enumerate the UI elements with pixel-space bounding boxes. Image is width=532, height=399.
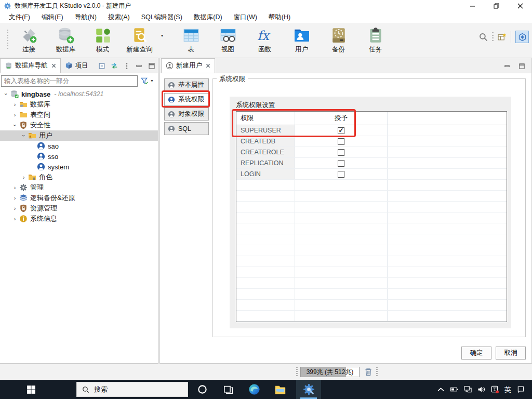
- tab-projects[interactable]: 项目: [61, 58, 92, 73]
- panel-minimize-icon[interactable]: [136, 62, 143, 70]
- tray-chevron-up-icon[interactable]: [437, 385, 445, 393]
- menu-item[interactable]: 搜索(A): [102, 11, 136, 23]
- menu-item[interactable]: 导航(N): [69, 11, 102, 23]
- kstudio-taskbar-button[interactable]: [296, 380, 321, 399]
- table-row[interactable]: SUPERUSER✓: [236, 125, 507, 136]
- tree-item-management[interactable]: ›管理: [0, 182, 158, 193]
- notification-center-icon[interactable]: [517, 385, 525, 393]
- panel-maximize-icon[interactable]: [148, 62, 155, 70]
- search-icon[interactable]: [479, 33, 488, 42]
- table-row[interactable]: CREATEDB: [236, 136, 507, 147]
- tree-item-resource-management[interactable]: ›资源管理: [0, 203, 158, 214]
- connect-icon: [20, 26, 38, 44]
- toolbar-button-table[interactable]: 表: [172, 26, 209, 54]
- table-row[interactable]: CREATEROLE: [236, 147, 507, 158]
- tree-item-user-sso[interactable]: sso: [0, 151, 158, 162]
- toolbar-button-backup[interactable]: 备份: [320, 26, 357, 54]
- side-tab-sql[interactable]: SQL: [164, 122, 209, 135]
- side-tab-basic-properties[interactable]: 基本属性: [164, 78, 209, 91]
- editor-tab-bar: 新建用户: [160, 58, 531, 73]
- tree-chevron-icon[interactable]: ›: [11, 112, 19, 118]
- file-explorer-button[interactable]: [274, 383, 286, 395]
- trash-icon[interactable]: [364, 367, 373, 377]
- empty-cell: [388, 147, 507, 157]
- kstudio-app-icon: [4, 2, 11, 10]
- battery-icon[interactable]: [450, 385, 458, 393]
- person-badge-gray: [168, 111, 175, 118]
- tree-item-databases[interactable]: ›数据库: [0, 99, 158, 110]
- taskbar-search-box[interactable]: 搜索: [76, 382, 188, 397]
- tab-database-navigator[interactable]: 数据库导航: [0, 58, 61, 73]
- view-menu-icon[interactable]: [123, 62, 130, 70]
- tree-chevron-icon[interactable]: ›: [2, 91, 10, 97]
- start-button[interactable]: [26, 384, 36, 395]
- menu-item[interactable]: 编辑(E): [36, 11, 69, 23]
- toolbar-button-task[interactable]: 任务: [357, 26, 394, 54]
- toolbar-button-connect[interactable]: 连接: [10, 26, 47, 54]
- grant-checkbox[interactable]: ✓: [338, 127, 344, 134]
- tree-item-users[interactable]: ›用户: [0, 130, 158, 141]
- toolbar-button-view[interactable]: 视图: [209, 26, 246, 54]
- tree-item-system-info[interactable]: ›系统信息: [0, 214, 158, 224]
- task-view-button[interactable]: [223, 384, 233, 394]
- menu-item[interactable]: 窗口(W): [228, 11, 263, 23]
- cancel-button[interactable]: 取消: [496, 347, 526, 360]
- tree-chevron-icon[interactable]: ›: [20, 132, 28, 139]
- empty-cell: [388, 234, 507, 245]
- tree-chevron-icon[interactable]: ›: [11, 101, 19, 108]
- tab-close-icon[interactable]: [51, 63, 56, 68]
- ime-mode-icon[interactable]: [491, 385, 499, 393]
- tree-item-roles[interactable]: ›角色: [0, 172, 158, 182]
- table-name-filter-input[interactable]: [1, 75, 138, 87]
- tree-chevron-icon[interactable]: ›: [11, 184, 19, 191]
- network-icon[interactable]: [464, 385, 472, 393]
- tree-chevron-icon[interactable]: ›: [20, 174, 28, 180]
- filter-button[interactable]: ▼: [138, 77, 157, 85]
- ime-language-label[interactable]: 英: [504, 385, 511, 394]
- ok-button[interactable]: 确定: [461, 347, 491, 360]
- table-row[interactable]: LOGIN: [236, 169, 507, 180]
- tree-item-user-sao[interactable]: sao: [0, 141, 158, 151]
- kstudio-perspective-button[interactable]: [515, 31, 529, 43]
- side-tab-system-privileges[interactable]: 系统权限: [164, 93, 209, 106]
- open-perspective-icon[interactable]: [498, 33, 507, 42]
- collapse-all-icon[interactable]: [98, 62, 105, 70]
- cortana-button[interactable]: [197, 384, 207, 394]
- grant-checkbox[interactable]: [338, 149, 344, 156]
- tab-new-user[interactable]: 新建用户: [161, 58, 215, 73]
- tree-item-tablespaces[interactable]: ›表空间: [0, 110, 158, 120]
- toolbar-dropdown-caret[interactable]: ▼: [158, 26, 166, 44]
- menu-item[interactable]: 帮助(H): [263, 11, 296, 23]
- tree-item-logical-backup[interactable]: ›逻辑备份&还原: [0, 193, 158, 203]
- tree-chevron-icon[interactable]: ›: [11, 122, 19, 128]
- tree-item-user-system[interactable]: system: [0, 162, 158, 172]
- speaker-icon[interactable]: [477, 385, 485, 393]
- window-restore-button[interactable]: [484, 0, 508, 11]
- tab-close-icon[interactable]: [206, 63, 210, 68]
- toolbar-button-database[interactable]: 数据库: [47, 26, 84, 54]
- tree-chevron-icon[interactable]: ›: [11, 195, 19, 201]
- heap-status-widget: 399兆 (共 512兆): [300, 367, 360, 377]
- window-minimize-button[interactable]: [460, 0, 484, 11]
- tree-item-security[interactable]: ›安全性: [0, 120, 158, 130]
- editor-minimize-icon[interactable]: [504, 63, 511, 70]
- grant-checkbox[interactable]: [338, 138, 344, 145]
- toolbar-button-schema[interactable]: 模式: [84, 26, 121, 54]
- tree-chevron-icon[interactable]: ›: [11, 216, 19, 222]
- grant-checkbox[interactable]: [338, 171, 344, 178]
- link-editor-icon[interactable]: [111, 62, 118, 70]
- menu-item[interactable]: 文件(F): [3, 11, 36, 23]
- toolbar-button-user[interactable]: 用户: [283, 26, 320, 54]
- menu-item[interactable]: SQL编辑器(S): [136, 11, 188, 23]
- table-row[interactable]: REPLICATION: [236, 158, 507, 169]
- edge-browser-button[interactable]: [248, 383, 260, 395]
- toolbar-button-function[interactable]: fx函数: [246, 26, 283, 54]
- toolbar-button-new-query[interactable]: 新建查询: [121, 26, 158, 54]
- grant-checkbox[interactable]: [338, 160, 344, 167]
- tree-chevron-icon[interactable]: ›: [11, 205, 19, 211]
- tree-item-kingbase[interactable]: ›kingbase- localhost:54321: [0, 89, 158, 99]
- side-tab-object-privileges[interactable]: 对象权限: [164, 108, 209, 121]
- menu-item[interactable]: 数据库(D): [188, 11, 228, 23]
- window-close-button[interactable]: [508, 0, 532, 11]
- editor-maximize-icon[interactable]: [518, 63, 525, 70]
